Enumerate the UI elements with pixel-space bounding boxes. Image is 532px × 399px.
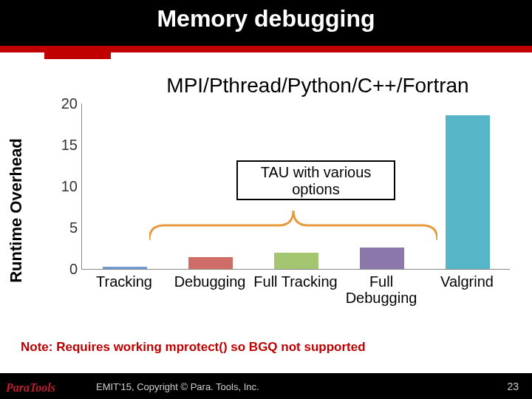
y-axis-label: Runtime Overhead — [7, 138, 26, 283]
logo: ParaTools — [6, 381, 55, 395]
red-accent — [44, 46, 111, 59]
ytick: 5 — [54, 219, 78, 236]
annotation-label: TAU with various options — [236, 160, 395, 200]
footer: ParaTools EMIT'15, Copyright © Para. Too… — [0, 373, 532, 399]
chart-title: MPI/Pthread/Python/C++/Fortran — [118, 74, 517, 98]
bar-valgrind — [446, 115, 490, 269]
slide: Memory debugging MPI/Pthread/Python/C++/… — [0, 0, 532, 399]
page-number: 23 — [507, 381, 519, 392]
bar-tracking — [103, 267, 147, 269]
bar-full-tracking — [274, 253, 318, 270]
chart: Runtime Overhead 0 5 10 15 20 Tracking D… — [22, 103, 514, 318]
copyright: EMIT'15, Copyright © Para. Tools, Inc. — [96, 381, 259, 392]
note-text: Note: Requires working mprotect() so BGQ… — [21, 340, 366, 355]
ytick: 15 — [54, 137, 78, 154]
bar-full-debugging — [360, 248, 404, 269]
x-category: Tracking — [81, 273, 167, 290]
x-category: Debugging — [167, 273, 253, 290]
slide-title: Memory debugging — [0, 0, 532, 46]
ytick: 20 — [54, 95, 78, 112]
ytick: 0 — [54, 261, 78, 278]
bar-debugging — [188, 257, 233, 269]
x-category: Valgrind — [424, 273, 510, 290]
x-category: Full Tracking — [253, 273, 338, 290]
ytick: 10 — [54, 178, 78, 195]
x-category: Full Debugging — [338, 273, 424, 306]
